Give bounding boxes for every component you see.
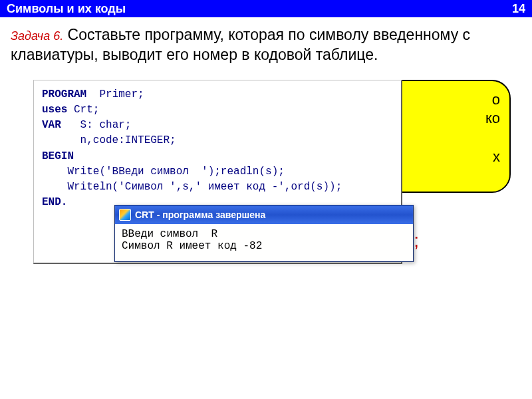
slide-header: Символы и их коды 14 bbox=[0, 0, 532, 17]
task-label: Задача 6. bbox=[11, 29, 63, 43]
kw-end: END. bbox=[42, 196, 67, 208]
header-title: Символы и их коды bbox=[7, 2, 126, 16]
code-l7: Writeln('Символ ',s,' имеет код -',ord(s… bbox=[42, 181, 342, 193]
task-body: Составьте программу, которая по символу … bbox=[11, 26, 470, 63]
crt-app-icon bbox=[119, 209, 131, 221]
task-text: Задача 6. Составьте программу, которая п… bbox=[0, 17, 532, 72]
main-area: о ко х )); PROGRAM Primer; uses Crt; VAR… bbox=[0, 72, 532, 358]
crt-output-window[interactable]: CRT - программа завершена ВВеди символ R… bbox=[114, 205, 414, 262]
crt-line-2: Символ R имеет код -82 bbox=[122, 240, 262, 252]
code-l2-rest: Crt; bbox=[67, 104, 99, 116]
crt-console-body: ВВеди символ R Символ R имеет код -82 bbox=[115, 224, 413, 261]
code-l1-rest: Primer; bbox=[86, 88, 144, 100]
kw-var: VAR bbox=[42, 119, 61, 131]
code-l3-rest: S: char; bbox=[61, 119, 132, 131]
crt-line-1: ВВеди символ R bbox=[122, 228, 217, 240]
crt-title-text: CRT - программа завершена bbox=[135, 209, 265, 220]
header-page: 14 bbox=[512, 2, 525, 16]
kw-begin: BEGIN bbox=[42, 150, 74, 162]
code-l6: Write('ВВеди символ ');readln(s); bbox=[42, 166, 285, 178]
kw-program: PROGRAM bbox=[42, 88, 86, 100]
kw-uses: uses bbox=[42, 104, 67, 116]
code-l4: n,code:INTEGER; bbox=[42, 134, 176, 146]
crt-titlebar[interactable]: CRT - программа завершена bbox=[115, 205, 413, 224]
